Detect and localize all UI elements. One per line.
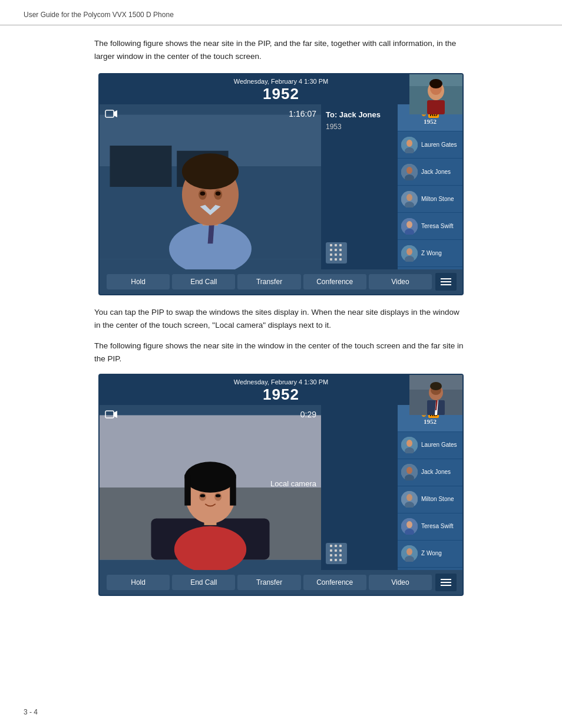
svg-point-18 [216,192,221,196]
local-camera-label-2: Local camera [270,479,316,488]
contact-item-lauren-2[interactable]: Lauren Gates [398,432,462,459]
contact-name-zwong-1: Z Wong [421,250,442,257]
camera-icon-2 [104,410,117,422]
keypad-icon-1[interactable] [326,242,347,263]
toolbar-2: Hold End Call Transfer Conference Video [100,570,462,595]
hold-button-2[interactable]: Hold [107,575,170,590]
avatar-teresa-2 [401,518,418,535]
svg-marker-21 [114,110,117,117]
call-info-panel-1: To: Jack Jones 1953 [321,104,398,269]
pip-thumbnail-1[interactable] [409,74,462,114]
svg-point-52 [184,462,236,492]
svg-point-26 [406,167,412,174]
end-call-button-2[interactable]: End Call [172,575,235,590]
header-title: User Guide for the Polycom VVX 1500 D Ph… [24,11,174,19]
contact-ext-top-2: 1952 [424,418,437,425]
transfer-button-2[interactable]: Transfer [237,575,300,590]
svg-rect-53 [184,475,190,505]
svg-rect-54 [230,475,236,505]
keypad-dots-1 [330,244,343,262]
contact-name-teresa-2: Teresa Swift [421,523,453,530]
contacts-sidebar-1: ⊕ HD 1952 Lauren Gat [398,104,462,269]
contact-item-teresa-2[interactable]: Teresa Swift [398,513,462,541]
video-call-area-2: 0:29 Local camera [100,405,398,570]
avatar-teresa-1 [401,218,418,235]
contact-ext-top-1: 1952 [424,118,437,125]
svg-point-14 [182,153,239,189]
contact-item-zwong-2[interactable]: Z Wong [398,541,462,568]
video-call-area-1: 1:16:07 To: Jack Jones 1953 [100,104,398,269]
conference-button-2[interactable]: Conference [303,575,366,590]
extension-1: 1952 [105,85,457,103]
svg-rect-20 [105,110,114,117]
contact-name-lauren-2: Lauren Gates [421,442,457,449]
avatar-zwong-1 [401,245,418,262]
svg-point-32 [406,221,412,228]
svg-point-71 [406,521,412,528]
conference-button-1[interactable]: Conference [303,274,366,289]
contact-item-milton-2[interactable]: Milton Stone [398,486,462,513]
contact-item-jack-1[interactable]: Jack Jones [398,159,462,186]
video-button-2[interactable]: Video [369,575,432,590]
body-paragraph-2: The following figure shows the near site… [94,340,468,365]
avatar-lauren-1 [401,137,418,153]
contact-item-zwong-1[interactable]: Z Wong [398,240,462,267]
avatar-milton-2 [401,491,418,508]
main-screen-2: 0:29 Local camera [100,405,462,570]
svg-rect-5 [427,100,445,114]
svg-point-57 [200,494,206,497]
svg-point-65 [406,467,412,474]
call-info-panel-2 [321,405,398,570]
main-video-1: 1:16:07 [100,104,321,269]
transfer-button-1[interactable]: Transfer [237,274,300,289]
menu-lines-1 [441,278,451,285]
phone-screen-2: Wednesday, February 4 1:30 PM 1952 [98,374,464,596]
svg-point-29 [406,194,412,201]
contact-name-lauren-1: Lauren Gates [421,141,457,149]
intro-paragraph-1: The following figure shows the near site… [94,37,468,62]
avatar-milton-1 [401,191,418,207]
body-paragraph-1: You can tap the PIP to swap the windows … [94,306,468,331]
contact-item-milton-1[interactable]: Milton Stone [398,186,462,213]
date-time-2: Wednesday, February 4 1:30 PM [105,378,457,386]
avatar-zwong-2 [401,545,418,562]
contact-item-teresa-1[interactable]: Teresa Swift [398,213,462,240]
video-button-1[interactable]: Video [369,274,432,289]
status-bar-1: Wednesday, February 4 1:30 PM 1952 [100,74,462,104]
keypad-icon-2[interactable] [326,543,347,564]
contact-name-teresa-1: Teresa Swift [421,223,453,230]
contact-name-milton-2: Milton Stone [421,496,454,503]
camera-icon-1 [104,109,117,121]
extension-2: 1952 [105,386,457,404]
contact-name-jack-1: Jack Jones [421,169,451,176]
page-header: User Guide for the Polycom VVX 1500 D Ph… [0,0,562,25]
date-time-1: Wednesday, February 4 1:30 PM [105,78,457,85]
svg-marker-60 [114,411,117,418]
avatar-jack-2 [401,464,418,480]
svg-rect-59 [105,411,114,418]
main-screen-1: 1:16:07 To: Jack Jones 1953 [100,104,462,269]
svg-point-23 [406,140,412,147]
svg-point-35 [406,248,412,255]
page-number: 3 - 4 [24,708,38,716]
contact-name-zwong-2: Z Wong [421,550,442,557]
main-video-2: 0:29 Local camera [100,405,321,570]
pip-thumbnail-2[interactable] [409,375,462,415]
contact-item-lauren-1[interactable]: Lauren Gates [398,131,462,159]
status-bar-2: Wednesday, February 4 1:30 PM 1952 [100,375,462,405]
menu-button-2[interactable] [435,574,457,591]
menu-lines-2 [441,579,451,586]
svg-point-58 [216,494,221,497]
timer-1: 1:16:07 [289,109,316,118]
end-call-button-1[interactable]: End Call [172,274,235,289]
svg-point-4 [429,79,442,88]
hold-button-1[interactable]: Hold [107,274,170,289]
menu-button-1[interactable] [435,273,457,291]
svg-point-68 [406,494,412,501]
contact-item-jack-2[interactable]: Jack Jones [398,459,462,486]
contact-name-milton-1: Milton Stone [421,196,454,203]
svg-point-74 [406,548,412,555]
timer-2: 0:29 [300,410,316,419]
svg-point-62 [406,440,412,447]
svg-point-41 [430,382,442,390]
